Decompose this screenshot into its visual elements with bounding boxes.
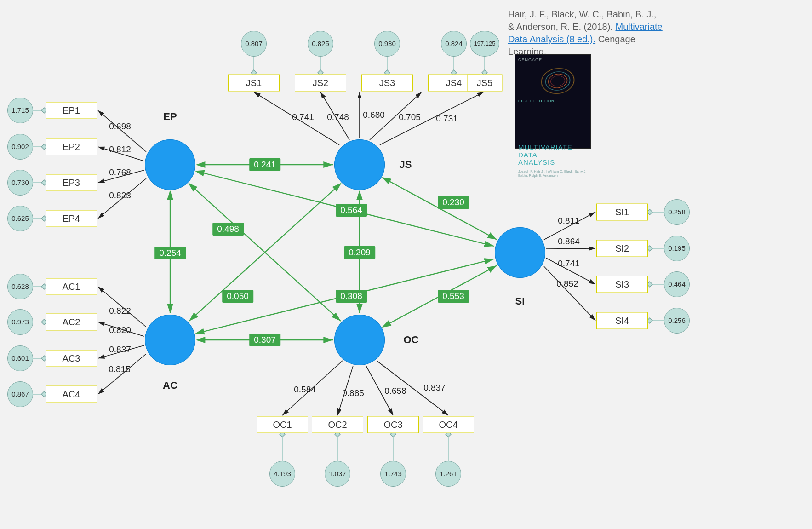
indicator-ep4: EP4 xyxy=(46,210,97,227)
error-ac2: 0.973 xyxy=(7,309,33,335)
loading-ep3: 0.768 xyxy=(109,167,131,178)
indicator-si1: SI1 xyxy=(596,204,648,221)
error-ac1: 0.628 xyxy=(7,274,33,299)
loading-ep2: 0.812 xyxy=(109,144,131,155)
error-ep3: 0.730 xyxy=(7,170,33,196)
book-swirl-icon xyxy=(527,57,588,105)
error-oc1: 4.193 xyxy=(269,461,295,487)
indicator-si4: SI4 xyxy=(596,312,648,329)
latent-oc xyxy=(334,315,385,365)
error-ac4: 0.867 xyxy=(7,381,33,407)
citation-text: Hair, J. F., Black, W. C., Babin, B. J.,… xyxy=(508,8,664,58)
error-si3: 0.464 xyxy=(664,271,690,297)
error-oc3: 1.743 xyxy=(380,461,406,487)
error-js2: 0.825 xyxy=(308,31,333,57)
latent-label-js: JS xyxy=(400,159,412,171)
loading-oc3: 0.658 xyxy=(384,386,406,396)
error-js5: 197.125 xyxy=(470,31,499,57)
latent-si xyxy=(495,227,545,278)
indicator-ep1: EP1 xyxy=(46,102,97,119)
latent-ep xyxy=(145,139,195,190)
svg-line-28 xyxy=(546,248,595,249)
loading-oc2: 0.885 xyxy=(342,388,364,398)
book-cover: CENGAGE EIGHTH EDITION MULTIVARIATE DATA… xyxy=(515,54,591,149)
error-ep4: 0.625 xyxy=(7,206,33,231)
error-oc2: 1.037 xyxy=(325,461,350,487)
indicator-js1: JS1 xyxy=(228,75,280,92)
loading-si4: 0.852 xyxy=(556,279,578,289)
loading-ep4: 0.823 xyxy=(109,190,131,201)
loading-si2: 0.864 xyxy=(558,236,580,247)
error-oc4: 1.261 xyxy=(435,461,461,487)
indicator-ac3: AC3 xyxy=(46,350,97,367)
corr-oc-si: 0.553 xyxy=(438,290,469,303)
latent-label-ep: EP xyxy=(163,111,177,123)
error-js3: 0.930 xyxy=(374,31,400,57)
indicator-js5: JS5 xyxy=(467,75,503,92)
indicator-si2: SI2 xyxy=(596,240,648,257)
corr-ep-ac: 0.254 xyxy=(154,247,186,259)
error-js4: 0.824 xyxy=(441,31,467,57)
svg-line-30 xyxy=(544,266,595,321)
book-title-l1: MULTIVARIATE xyxy=(518,143,572,151)
latent-label-si: SI xyxy=(515,295,525,307)
indicator-ac4: AC4 xyxy=(46,386,97,403)
indicator-ac2: AC2 xyxy=(46,314,97,331)
loading-ac4: 0.815 xyxy=(109,364,131,374)
loading-ep1: 0.698 xyxy=(109,121,131,132)
latent-label-oc: OC xyxy=(404,334,419,346)
loading-js3: 0.680 xyxy=(363,110,385,120)
loading-js1: 0.741 xyxy=(292,112,314,122)
corr-ep-oc: 0.050 xyxy=(222,290,253,303)
loading-ac2: 0.820 xyxy=(109,325,131,335)
latent-label-ac: AC xyxy=(163,380,177,391)
error-js1: 0.807 xyxy=(241,31,267,57)
corr-ac-oc: 0.307 xyxy=(249,334,280,346)
book-authors: Joseph F. Hair Jr. | William C. Black, B… xyxy=(518,169,588,178)
indicator-js2: JS2 xyxy=(295,75,346,92)
corr-ac-si: 0.308 xyxy=(336,290,367,303)
corr-js-ac: 0.498 xyxy=(212,223,244,236)
error-ac3: 0.601 xyxy=(7,345,33,371)
error-ep2: 0.902 xyxy=(7,134,33,160)
loading-ac3: 0.837 xyxy=(109,345,131,355)
latent-ac xyxy=(145,315,195,365)
indicator-oc1: OC1 xyxy=(257,416,308,433)
error-si4: 0.256 xyxy=(664,308,690,334)
loading-js4: 0.705 xyxy=(399,112,421,122)
loading-si3: 0.741 xyxy=(558,259,580,269)
book-title-l2: DATA xyxy=(518,151,538,159)
loading-oc1: 0.584 xyxy=(294,385,316,395)
corr-ep-js: 0.241 xyxy=(249,158,280,171)
indicator-js3: JS3 xyxy=(361,75,413,92)
indicator-oc4: OC4 xyxy=(423,416,474,433)
svg-line-5 xyxy=(189,184,341,321)
indicator-ep3: EP3 xyxy=(46,174,97,191)
indicator-oc2: OC2 xyxy=(312,416,363,433)
indicator-si3: SI3 xyxy=(596,276,648,293)
svg-line-4 xyxy=(189,184,341,321)
indicator-oc3: OC3 xyxy=(367,416,419,433)
error-si2: 0.195 xyxy=(664,236,690,261)
latent-js xyxy=(334,139,385,190)
indicator-ep2: EP2 xyxy=(46,138,97,155)
loading-oc4: 0.837 xyxy=(423,383,446,393)
loading-si1: 0.811 xyxy=(558,216,580,226)
loading-ac1: 0.822 xyxy=(109,306,131,316)
svg-line-22 xyxy=(380,92,484,145)
corr-ep-si: 0.564 xyxy=(336,204,367,217)
loading-js5: 0.731 xyxy=(436,114,458,124)
book-title-l3: ANALYSIS xyxy=(518,158,555,166)
error-ep1: 1.715 xyxy=(7,98,33,123)
loading-js2: 0.748 xyxy=(327,112,349,122)
indicator-ac1: AC1 xyxy=(46,278,97,295)
error-si1: 0.258 xyxy=(664,199,690,225)
corr-js-oc: 0.209 xyxy=(344,246,375,259)
corr-js-si: 0.230 xyxy=(438,196,469,209)
